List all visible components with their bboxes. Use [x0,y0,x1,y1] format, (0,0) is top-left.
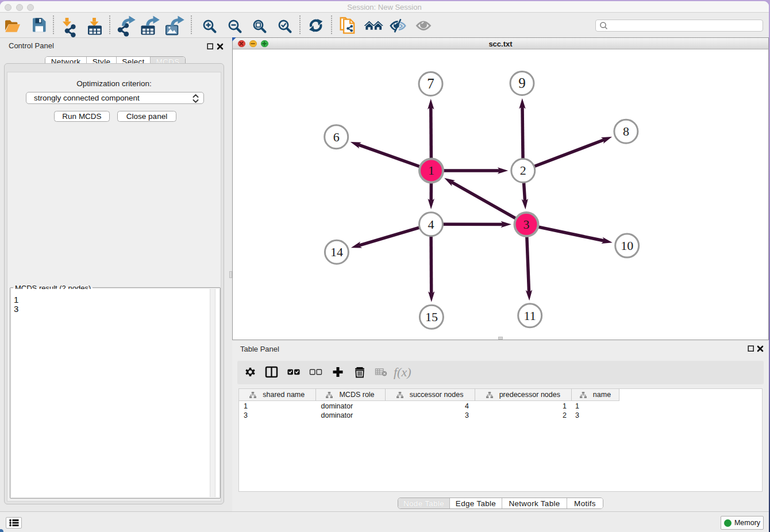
svg-text:2: 2 [520,163,526,178]
svg-text:3: 3 [523,217,530,232]
svg-text:1: 1 [428,163,434,178]
svg-text:10: 10 [621,238,633,253]
svg-text:11: 11 [524,309,536,323]
svg-text:9: 9 [518,75,526,91]
svg-text:15: 15 [425,310,438,324]
svg-text:f(x): f(x) [394,365,411,379]
svg-text:14: 14 [330,245,343,259]
svg-text:4: 4 [428,217,434,232]
svg-text:8: 8 [623,124,629,138]
svg-text:6: 6 [333,130,340,144]
svg-text:7: 7 [427,76,434,91]
